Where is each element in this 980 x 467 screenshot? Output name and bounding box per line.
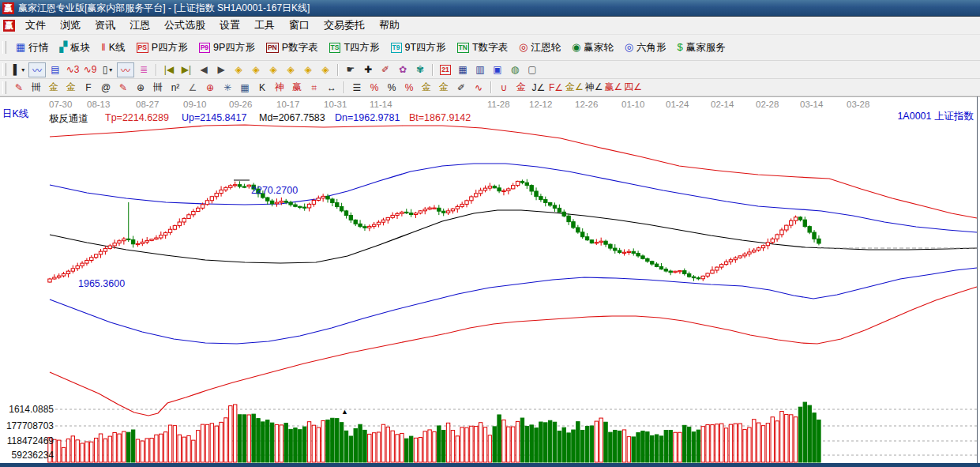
knot-tool-icon[interactable]: ✾ <box>412 62 428 77</box>
menu-item-1[interactable]: 浏览 <box>53 18 88 32</box>
menu-item-5[interactable]: 设置 <box>212 18 247 32</box>
crosshair-tool-icon[interactable]: ✚ <box>360 62 376 77</box>
circle-cross-icon[interactable]: ⊕ <box>202 80 218 95</box>
flower-tool-icon[interactable]: ✿ <box>395 62 411 77</box>
candle-type-icon[interactable]: ▯▾ <box>100 62 115 77</box>
hexagon-label: 六角形 <box>636 41 666 55</box>
ying-angle-icon[interactable]: 赢∠ <box>605 80 623 95</box>
sectors-label: 板块 <box>70 41 90 55</box>
diamond-expand-icon[interactable]: ◈ <box>317 62 333 77</box>
step-back-icon[interactable]: ◀ <box>196 62 212 77</box>
ink-ruler-icon[interactable]: ✐ <box>453 80 469 95</box>
tb-9p-square-button[interactable]: P99P四方形 <box>193 37 261 58</box>
mark-tool-icon[interactable]: ✐ <box>377 62 393 77</box>
f-grid-icon[interactable]: F <box>81 80 96 95</box>
menu-item-7[interactable]: 窗口 <box>282 18 317 32</box>
tb-t-square-button[interactable]: TST四方形 <box>324 37 385 58</box>
menu-item-9[interactable]: 帮助 <box>372 18 407 32</box>
menu-item-8[interactable]: 交易委托 <box>317 18 372 32</box>
menu-item-0[interactable]: 文件 <box>18 18 53 32</box>
diamond-cross-icon[interactable]: ◈ <box>283 62 299 77</box>
note-list-icon[interactable]: ▤ <box>47 62 63 77</box>
gold-grid-1-icon[interactable]: 金 <box>46 80 62 95</box>
shen-angle-icon[interactable]: 神∠ <box>585 80 603 95</box>
menu-item-3[interactable]: 江恩 <box>122 18 157 32</box>
publish-icon[interactable]: ◍ <box>507 62 523 77</box>
draw-line-blue-icon[interactable]: 〰 <box>28 62 46 77</box>
tb-gann-wheel-button[interactable]: ◎江恩轮 <box>513 37 566 58</box>
jump-first-icon[interactable]: |◀ <box>161 62 177 77</box>
tb-quotes-button[interactable]: ▦行情 <box>10 37 54 58</box>
spiral-tool-icon[interactable]: @ <box>98 80 114 95</box>
menu-logo-icon[interactable]: 赢 <box>3 20 15 32</box>
f-angle-icon[interactable]: F∠ <box>548 80 564 95</box>
brush-grid-icon[interactable]: ✎ <box>115 80 131 95</box>
wave-3-icon[interactable]: ∿3 <box>65 62 81 77</box>
diamond-expand-h-icon[interactable]: ◈ <box>265 62 281 77</box>
fan-tool-icon[interactable]: ∠ <box>185 80 201 95</box>
price-scale-icon[interactable]: ☰ <box>349 80 365 95</box>
workstation-icon[interactable]: ▢ <box>524 62 540 77</box>
calculator-icon[interactable]: ▦ <box>455 62 471 77</box>
volume-axis-label: 177708703 <box>2 420 54 431</box>
volume-profile-icon[interactable]: ≣ <box>136 62 152 77</box>
wave-9-icon[interactable]: ∿9 <box>82 62 98 77</box>
menu-item-4[interactable]: 公式选股 <box>157 18 212 32</box>
circle-grid-icon[interactable]: ⊕ <box>133 80 148 95</box>
star-grid-icon[interactable]: ✳ <box>220 80 235 95</box>
period-selector-icon[interactable]: ▌▾ <box>11 62 27 77</box>
shen-grid-icon[interactable]: 神 <box>272 80 287 95</box>
gold-circle-icon[interactable]: 金 <box>419 80 434 95</box>
draw-line-red-icon[interactable]: 〰 <box>117 62 134 77</box>
notebook-icon[interactable]: ▥ <box>472 62 488 77</box>
gold-mark-icon[interactable]: 金 <box>513 80 529 95</box>
menu-item-6[interactable]: 工具 <box>247 18 282 32</box>
hand-tool-icon[interactable]: ☛ <box>343 62 359 77</box>
wave-band-icon[interactable]: ∿ <box>471 80 486 95</box>
tb-p-number-table-button[interactable]: PNP数字表 <box>261 37 324 58</box>
width-arrow-icon[interactable]: ↔ <box>324 80 340 95</box>
menu-item-2[interactable]: 资讯 <box>88 18 122 32</box>
step-forward-icon[interactable]: ▶ <box>213 62 229 77</box>
tb-winner-service-button[interactable]: $赢家服务 <box>672 37 731 58</box>
diamond-plus-icon[interactable]: ◈ <box>300 62 316 77</box>
toolbar-grip[interactable] <box>2 41 6 54</box>
tb-t-number-table-button[interactable]: TNT数字表 <box>452 37 513 58</box>
tb-winner-wheel-button[interactable]: ◉赢家轮 <box>566 37 619 58</box>
toolbar-grip[interactable] <box>2 81 6 94</box>
calendar-icon[interactable]: 21 <box>437 62 453 77</box>
candlestick-plot[interactable] <box>0 97 980 464</box>
gold-level-icon[interactable]: 金 <box>436 80 452 95</box>
window-title: 赢家江恩专业版[赢家内部服务平台] - [上证指数 SH1A0001-167日K… <box>18 2 310 15</box>
n2-grid-icon[interactable]: n² <box>167 80 183 95</box>
toolbar-main: ▦行情▞板块‖K线PSP四方形P99P四方形PNP数字表TST四方形T99T四方… <box>0 35 980 61</box>
chart-panel[interactable]: 07-3008-1308-2709-1009-2610-1710-3111-14… <box>0 96 980 464</box>
save-icon[interactable]: ▣ <box>490 62 505 77</box>
comb-2-icon[interactable]: 卌 <box>150 80 166 95</box>
gold-angle-icon[interactable]: 金∠ <box>565 80 584 95</box>
k-mark-icon[interactable]: K <box>254 80 270 95</box>
tb-kline-button[interactable]: ‖K线 <box>96 37 130 58</box>
diamond-left-icon[interactable]: ◈ <box>231 62 246 77</box>
percent-base-icon[interactable]: % <box>401 80 417 95</box>
brush-red-icon[interactable]: ✎ <box>11 80 27 95</box>
tb-hexagon-button[interactable]: ◎六角形 <box>619 37 672 58</box>
diamond-right-icon[interactable]: ◈ <box>248 62 264 77</box>
percent-top-icon[interactable]: % <box>366 80 382 95</box>
ying-grid-icon[interactable]: 赢 <box>289 80 305 95</box>
indicator-value-tp: Tp=2214.6289 <box>105 112 169 123</box>
tb-p-square-button[interactable]: PSP四方形 <box>131 37 193 58</box>
gold-grid-2-icon[interactable]: 金 <box>63 80 79 95</box>
jump-last-icon[interactable]: ▶| <box>178 62 194 77</box>
bottom-strip <box>0 463 980 467</box>
si-angle-icon[interactable]: 四∠ <box>624 80 642 95</box>
tb-9t-square-button[interactable]: T99T四方形 <box>385 37 452 58</box>
j-angle-icon[interactable]: J∠ <box>531 80 546 95</box>
box-grid-icon[interactable]: ▦ <box>237 80 253 95</box>
ruler-123-icon[interactable]: ⌗ <box>306 80 322 95</box>
cup-pattern-icon[interactable]: ∪ <box>496 80 512 95</box>
toolbar-grip[interactable] <box>2 63 6 76</box>
tb-sectors-button[interactable]: ▞板块 <box>54 37 96 58</box>
percent-icon[interactable]: % <box>384 80 400 95</box>
grid-comb-icon[interactable]: 卌 <box>28 80 44 95</box>
